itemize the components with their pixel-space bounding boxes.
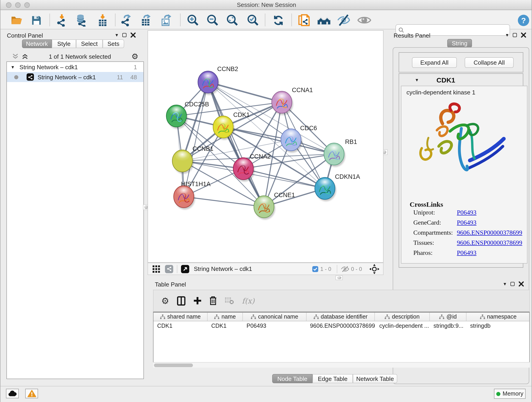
tab-sets[interactable]: Sets xyxy=(103,39,124,48)
table-panel-float-icon[interactable]: ▾ xyxy=(504,281,506,287)
results-panel-maximize-icon[interactable] xyxy=(513,33,517,37)
node-table[interactable]: shared namenamecanonical namedatabase id… xyxy=(153,312,530,368)
expand-all-button[interactable]: Expand All xyxy=(412,57,457,68)
export-network-icon[interactable] xyxy=(120,13,133,27)
export-image-icon[interactable] xyxy=(159,13,173,27)
fit-selected-crosshair-icon[interactable] xyxy=(369,264,380,274)
cloud-button[interactable] xyxy=(6,389,19,398)
memory-button[interactable]: Memory xyxy=(494,389,526,399)
table-cell[interactable]: CDK1 xyxy=(208,321,243,331)
table-panel-maximize-icon[interactable] xyxy=(510,282,514,286)
help-icon[interactable]: ? xyxy=(516,13,530,27)
crosslink-link[interactable]: P06493 xyxy=(457,249,476,257)
collapse-all-button[interactable]: Collapse All xyxy=(465,57,514,68)
tab-edge-table[interactable]: Edge Table xyxy=(312,374,353,383)
string-home-icon[interactable] xyxy=(317,13,331,27)
crosslink-link[interactable]: 9606.ENSP00000378699 xyxy=(457,239,522,247)
crosslink-link[interactable]: 9606.ENSP00000378699 xyxy=(457,229,522,236)
network-options-gear-icon[interactable]: ⚙ xyxy=(132,52,139,60)
export-table-icon[interactable] xyxy=(139,13,153,27)
hide-unhide-icon[interactable] xyxy=(337,13,351,27)
table-options-gear-icon[interactable]: ⚙ xyxy=(161,296,169,305)
title-bar[interactable]: Session: New Session xyxy=(0,0,532,10)
network-collection-row[interactable]: ▾ String Network – cdk1 1 xyxy=(7,62,143,72)
minimize-window-button[interactable] xyxy=(15,2,21,8)
gene-disclosure-icon[interactable]: ▾ xyxy=(416,77,418,82)
control-panel-close-icon[interactable] xyxy=(130,32,135,38)
column-header--id[interactable]: @id xyxy=(430,313,467,321)
grid-view-icon[interactable] xyxy=(152,265,160,273)
import-network-from-database-icon[interactable] xyxy=(75,13,89,27)
network-node[interactable]: HIST1H1A xyxy=(174,181,210,210)
zoom-out-icon[interactable] xyxy=(206,13,220,27)
maximize-window-button[interactable] xyxy=(24,2,30,8)
network-node[interactable]: CCNA1 xyxy=(272,87,313,115)
tab-network-table[interactable]: Network Table xyxy=(353,374,397,383)
table-header-row: shared namenamecanonical namedatabase id… xyxy=(153,313,529,321)
selected-nodes-checkbox-icon[interactable] xyxy=(312,266,318,272)
show-columns-icon[interactable] xyxy=(177,296,186,306)
table-cell[interactable]: CDK1 xyxy=(153,321,208,331)
table-cell[interactable]: stringdb xyxy=(467,321,530,331)
open-session-icon[interactable] xyxy=(10,13,23,27)
warning-button[interactable] xyxy=(25,389,38,398)
column-header-database-identifier[interactable]: database identifier xyxy=(307,313,375,321)
tab-string[interactable]: String xyxy=(447,39,472,48)
network-node[interactable]: CDKN1A xyxy=(315,173,360,201)
network-node[interactable]: CCNE1 xyxy=(254,191,295,220)
column-header-shared-name[interactable]: shared name xyxy=(153,313,208,321)
scrollbar-thumb[interactable] xyxy=(154,364,193,367)
tab-select[interactable]: Select xyxy=(76,39,103,48)
create-column-icon[interactable] xyxy=(193,297,202,305)
tab-node-table[interactable]: Node Table xyxy=(272,374,312,383)
network-edge[interactable] xyxy=(208,82,264,207)
tab-style[interactable]: Style xyxy=(52,39,76,48)
toolbar-separator xyxy=(115,14,115,26)
open-in-new-window-icon[interactable] xyxy=(181,265,189,273)
table-row[interactable]: CDK1CDK1P064939606.ENSP00000378699cyclin… xyxy=(153,321,529,331)
column-header-namespace[interactable]: namespace xyxy=(467,313,530,321)
zoom-in-icon[interactable] xyxy=(186,13,200,27)
network-node[interactable]: CCNB2 xyxy=(198,65,238,95)
network-view-canvas[interactable]: CCNB2CCNA1CDC25BCDK1CDC6RB1CCNB1CCNA2CDK… xyxy=(147,30,384,263)
table-cell[interactable]: stringdb:9... xyxy=(430,321,467,331)
tab-network[interactable]: Network xyxy=(22,39,52,48)
zoom-fit-icon[interactable] xyxy=(225,13,239,27)
import-table-from-file-icon[interactable] xyxy=(96,13,109,27)
table-cell[interactable]: P06493 xyxy=(243,321,307,331)
hidden-nodes-eye-icon[interactable] xyxy=(341,266,349,272)
control-panel-maximize-icon[interactable] xyxy=(122,33,126,37)
network-row[interactable]: String Network – cdk1 11 48 xyxy=(7,72,143,82)
refresh-icon[interactable] xyxy=(271,13,285,27)
network-edge[interactable] xyxy=(184,82,208,197)
import-network-from-file-icon[interactable] xyxy=(56,13,69,27)
collapse-all-chevron-icon[interactable] xyxy=(12,53,19,60)
close-window-button[interactable] xyxy=(6,2,12,8)
delete-column-icon[interactable] xyxy=(209,296,217,305)
crosslink-link[interactable]: P06493 xyxy=(457,209,476,216)
save-session-icon[interactable] xyxy=(29,13,43,27)
column-header-canonical-name[interactable]: canonical name xyxy=(243,313,307,321)
column-header-description[interactable]: description xyxy=(375,313,430,321)
table-panel-close-icon[interactable] xyxy=(519,281,524,287)
crosslink-link[interactable]: P06493 xyxy=(457,219,476,226)
control-panel-float-icon[interactable]: ▾ xyxy=(115,32,118,38)
collection-disclosure-icon[interactable]: ▾ xyxy=(12,64,14,70)
network-node[interactable]: RB1 xyxy=(324,138,357,167)
table-horizontal-scrollbar[interactable] xyxy=(153,362,530,368)
table-cell[interactable]: 9606.ENSP00000378699 xyxy=(307,321,375,331)
function-builder-icon[interactable]: f(x) xyxy=(242,296,254,305)
table-cell[interactable]: cyclin-dependent ... xyxy=(375,321,430,331)
column-header-label: name xyxy=(222,313,236,320)
network-edge[interactable] xyxy=(184,197,264,207)
zoom-selected-icon[interactable] xyxy=(246,13,260,27)
results-panel-close-icon[interactable] xyxy=(521,32,526,38)
results-panel-float-icon[interactable]: ▾ xyxy=(506,32,508,38)
share-document-icon[interactable] xyxy=(298,13,311,27)
table-panel-title: Table Panel xyxy=(155,281,186,288)
clear-table-icon[interactable] xyxy=(225,297,234,304)
toggle-birds-eye-icon[interactable] xyxy=(357,13,371,27)
column-header-name[interactable]: name xyxy=(208,313,243,321)
network-share-icon[interactable] xyxy=(165,265,173,273)
expand-all-chevron-icon[interactable] xyxy=(22,53,28,60)
